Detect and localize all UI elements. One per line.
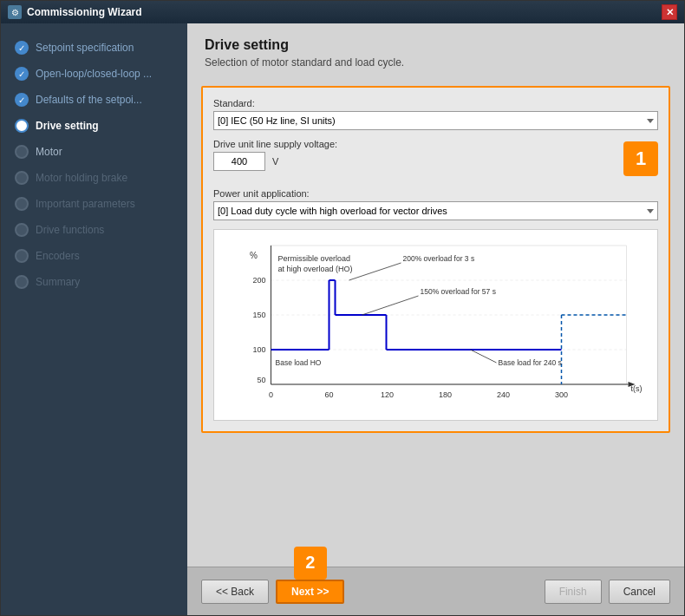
sidebar-item-important: Important parameters [10, 193, 179, 215]
svg-text:240: 240 [497, 390, 510, 399]
main-layout: ✓ Setpoint specification ✓ Open-loop/clo… [1, 23, 684, 615]
svg-text:180: 180 [439, 390, 452, 399]
dot-encoders [15, 249, 29, 263]
content-body: Standard: [0] IEC (50 Hz line, SI units)… [187, 77, 684, 567]
sidebar-item-drive-functions: Drive functions [10, 219, 179, 241]
content-title: Drive setting [205, 37, 667, 53]
chart-container: 200 150 100 50 % 0 60 120 180 240 300 [213, 229, 658, 421]
title-bar: ⚙ Commissioning Wizard ✕ [1, 1, 684, 23]
sidebar-label-drive-functions: Drive functions [36, 224, 104, 236]
voltage-field-group: Drive unit line supply voltage: V [213, 139, 610, 180]
standard-select[interactable]: [0] IEC (50 Hz line, SI units)[1] NEMA (… [213, 111, 658, 130]
sidebar-label-defaults: Defaults of the setpoi... [36, 94, 142, 106]
svg-text:150: 150 [252, 311, 265, 319]
standard-row: Standard: [0] IEC (50 Hz line, SI units)… [213, 98, 658, 130]
content-subtitle: Selection of motor standard and load cyc… [205, 56, 667, 69]
back-button[interactable]: << Back [201, 580, 269, 604]
svg-text:t(s): t(s) [631, 384, 643, 393]
svg-text:50: 50 [257, 376, 265, 384]
commissioning-wizard-window: ⚙ Commissioning Wizard ✕ ✓ Setpoint spec… [0, 0, 685, 616]
svg-text:100: 100 [252, 345, 265, 354]
app-icon: ⚙ [8, 5, 22, 19]
active-dot-drive-setting [15, 119, 29, 133]
dot-drive-functions [15, 223, 29, 237]
sidebar: ✓ Setpoint specification ✓ Open-loop/clo… [1, 23, 187, 615]
badge-2: 2 [294, 547, 327, 580]
sidebar-item-open-loop[interactable]: ✓ Open-loop/closed-loop ... [10, 62, 179, 85]
svg-text:120: 120 [381, 390, 394, 399]
sidebar-label-important: Important parameters [36, 198, 135, 210]
svg-text:150% overload for 57 s: 150% overload for 57 s [421, 287, 496, 296]
finish-button[interactable]: Finish [545, 580, 602, 604]
content-area: Drive setting Selection of motor standar… [187, 23, 684, 615]
voltage-unit: V [272, 156, 278, 167]
sidebar-item-encoders: Encoders [10, 245, 179, 267]
svg-text:0: 0 [269, 390, 273, 399]
sidebar-item-drive-setting[interactable]: Drive setting [10, 115, 179, 137]
next-group: 2 Next >> [276, 580, 344, 604]
content-header: Drive setting Selection of motor standar… [187, 23, 684, 77]
voltage-label: Drive unit line supply voltage: [213, 139, 610, 149]
sidebar-label-open-loop: Open-loop/closed-loop ... [36, 68, 152, 80]
load-chart: 200 150 100 50 % 0 60 120 180 240 300 [221, 237, 650, 410]
dot-important [15, 197, 29, 211]
power-unit-label: Power unit application: [213, 188, 658, 199]
standard-label: Standard: [213, 98, 658, 108]
badge-1: 1 [623, 141, 658, 176]
svg-text:Base load for 240 s: Base load for 240 s [499, 358, 562, 367]
settings-panel: Standard: [0] IEC (50 Hz line, SI units)… [201, 86, 670, 433]
svg-text:at high overload (HO): at high overload (HO) [278, 265, 353, 273]
power-unit-row: Power unit application: [0] Load duty cy… [213, 188, 658, 220]
dot-motor [15, 145, 29, 159]
svg-text:60: 60 [324, 390, 333, 399]
svg-text:200% overload for 3 s: 200% overload for 3 s [403, 254, 475, 263]
sidebar-item-defaults[interactable]: ✓ Defaults of the setpoi... [10, 88, 179, 111]
sidebar-label-summary: Summary [36, 276, 80, 288]
sidebar-label-motor-brake: Motor holding brake [36, 172, 127, 184]
close-button[interactable]: ✕ [662, 4, 677, 20]
sidebar-label-setpoint: Setpoint specification [36, 42, 134, 54]
cancel-button[interactable]: Cancel [609, 580, 670, 604]
voltage-row: V [213, 152, 610, 171]
window-title: Commissioning Wizard [27, 6, 142, 18]
dot-summary [15, 275, 29, 289]
dot-motor-brake [15, 171, 29, 185]
next-button[interactable]: Next >> [276, 580, 344, 604]
check-icon-open-loop: ✓ [15, 67, 29, 81]
sidebar-label-motor: Motor [36, 146, 62, 158]
sidebar-item-summary: Summary [10, 271, 179, 293]
sidebar-item-motor[interactable]: Motor [10, 141, 179, 163]
svg-text:Permissible overload: Permissible overload [278, 254, 351, 263]
svg-text:300: 300 [555, 390, 568, 399]
sidebar-item-motor-brake: Motor holding brake [10, 167, 179, 189]
check-icon-defaults: ✓ [15, 93, 29, 107]
check-icon-setpoint: ✓ [15, 41, 29, 55]
bottom-bar: << Back 2 Next >> Finish Cancel [187, 567, 684, 615]
title-bar-left: ⚙ Commissioning Wizard [8, 5, 142, 19]
power-unit-select[interactable]: [0] Load duty cycle with high overload f… [213, 201, 658, 220]
svg-text:Base load HO: Base load HO [276, 358, 322, 367]
svg-text:%: % [250, 251, 258, 260]
svg-text:200: 200 [252, 276, 265, 285]
voltage-input[interactable] [213, 152, 265, 171]
sidebar-item-setpoint[interactable]: ✓ Setpoint specification [10, 36, 179, 59]
voltage-section: Drive unit line supply voltage: V 1 [213, 139, 658, 180]
sidebar-label-encoders: Encoders [36, 250, 80, 262]
sidebar-label-drive-setting: Drive setting [36, 120, 99, 132]
